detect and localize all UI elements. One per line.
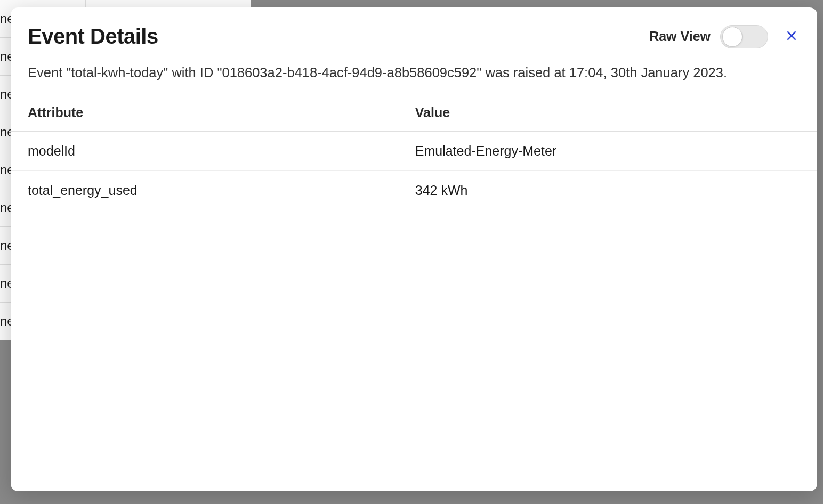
modal-title: Event Details (28, 25, 158, 48)
table-row: total_energy_used 342 kWh (11, 170, 817, 210)
raw-view-toggle[interactable] (720, 25, 768, 48)
attribute-cell: modelId (11, 131, 398, 170)
column-header-value: Value (398, 95, 817, 132)
column-header-attribute: Attribute (11, 95, 398, 132)
attribute-cell: total_energy_used (11, 170, 398, 210)
event-description: Event "total-kwh-today" with ID "018603a… (11, 48, 817, 95)
table-row: modelId Emulated-Energy-Meter (11, 131, 817, 170)
value-cell: 342 kWh (398, 170, 817, 210)
event-details-modal: Event Details Raw View Event "total-kwh-… (11, 7, 817, 491)
close-button[interactable] (783, 28, 800, 45)
attributes-table: Attribute Value modelId Emulated-Energy-… (11, 95, 817, 210)
raw-view-label: Raw View (649, 29, 711, 44)
column-divider (398, 111, 398, 491)
modal-overlay: Event Details Raw View Event "total-kwh-… (0, 0, 823, 504)
close-icon (785, 29, 798, 45)
value-cell: Emulated-Energy-Meter (398, 131, 817, 170)
